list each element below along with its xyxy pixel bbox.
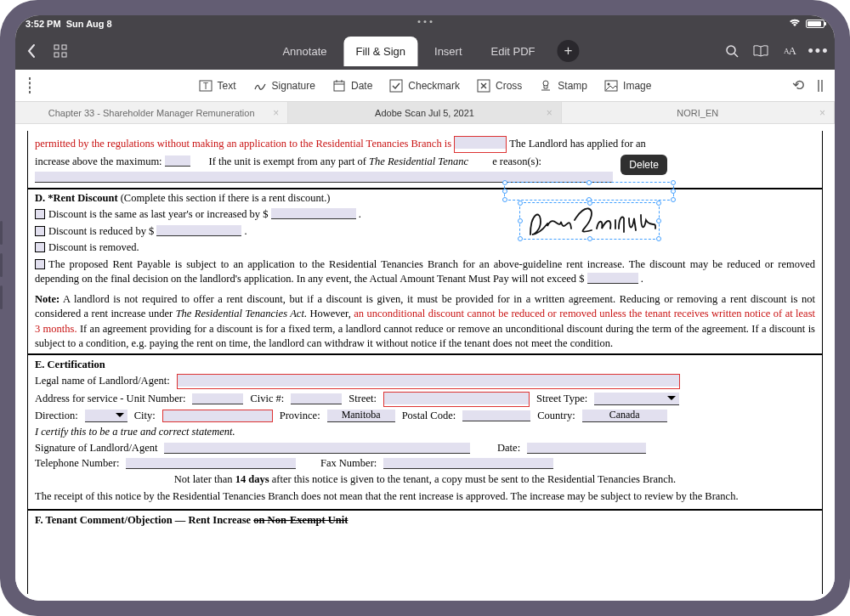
tool-text[interactable]: TText [199, 79, 236, 93]
form-text: The Landlord has applied for an [509, 138, 646, 150]
grid-icon[interactable] [53, 43, 68, 59]
street-type-select[interactable] [594, 393, 679, 405]
form-field[interactable] [383, 458, 553, 469]
section-heading: D. *Rent Discount [35, 192, 121, 204]
checkbox[interactable] [35, 259, 45, 269]
signature-glyph [524, 205, 660, 239]
tab-fill-sign[interactable]: Fill & Sign [343, 37, 417, 66]
tool-checkmark[interactable]: Checkmark [389, 79, 460, 93]
form-field[interactable] [126, 458, 296, 469]
svg-text:T: T [203, 82, 208, 91]
document-viewport[interactable]: permitted by the regulations without mak… [15, 124, 835, 601]
country-field[interactable]: Canada [582, 410, 667, 422]
close-icon[interactable]: × [819, 107, 825, 119]
undo-icon[interactable]: ⟲ [792, 76, 804, 94]
top-nav: Annotate Fill & Sign Insert Edit PDF + A… [15, 32, 835, 70]
file-tab-3[interactable]: NORI_EN× [562, 102, 835, 123]
tool-stamp[interactable]: Stamp [539, 79, 587, 93]
select-area-icon[interactable] [29, 77, 31, 93]
tab-annotate[interactable]: Annotate [270, 37, 338, 66]
svg-rect-2 [54, 53, 59, 57]
search-icon[interactable] [724, 43, 740, 59]
section-heading: F. Tenant Comment/Objection — Rent Incre… [35, 514, 253, 526]
form-field[interactable] [462, 410, 530, 421]
tab-insert[interactable]: Insert [422, 37, 474, 66]
status-date: Sun Aug 8 [66, 19, 112, 29]
form-field[interactable] [156, 225, 241, 236]
delete-tooltip[interactable]: Delete [620, 155, 667, 175]
file-tabs: Chapter 33 - Shareholder Manager Remuner… [15, 102, 835, 124]
close-icon[interactable]: × [547, 107, 552, 119]
tool-cross[interactable]: Cross [477, 79, 522, 93]
status-bar: 3:52 PM Sun Aug 8 [15, 15, 835, 32]
add-tab-button[interactable]: + [558, 40, 580, 62]
svg-rect-3 [62, 53, 66, 57]
tool-image[interactable]: Image [604, 79, 651, 93]
svg-point-16 [608, 82, 610, 85]
selection-box[interactable] [519, 202, 660, 240]
wifi-icon [789, 19, 801, 29]
form-field[interactable] [527, 443, 646, 454]
form-text: permitted by the regulations without mak… [35, 138, 451, 150]
svg-rect-1 [62, 45, 66, 49]
section-e: E. Certification Legal name of Landlord/… [28, 353, 822, 510]
svg-line-5 [734, 54, 738, 57]
file-tab-1[interactable]: Chapter 33 - Shareholder Manager Remuner… [15, 102, 288, 123]
form-field[interactable] [587, 273, 638, 284]
form-text: increase above the maximum: [35, 155, 162, 167]
close-icon[interactable]: × [273, 107, 279, 119]
fillsign-toolbar: TText Signature Date Checkmark Cross Sta… [15, 70, 835, 102]
svg-rect-8 [334, 82, 344, 91]
checkbox[interactable] [35, 242, 45, 252]
back-icon[interactable] [24, 43, 39, 59]
tab-edit-pdf[interactable]: Edit PDF [479, 37, 547, 66]
battery-icon [806, 20, 824, 28]
svg-rect-12 [390, 80, 402, 92]
province-field[interactable]: Manitoba [327, 410, 395, 422]
file-tab-2[interactable]: Adobe Scan Jul 5, 2021× [288, 102, 561, 123]
section-heading: E. Certification [35, 359, 815, 371]
tool-date[interactable]: Date [332, 79, 372, 93]
section-f: F. Tenant Comment/Objection — Rent Incre… [28, 509, 822, 527]
form-field[interactable] [291, 393, 342, 404]
selection-box[interactable] [504, 182, 674, 201]
form-field[interactable] [192, 393, 243, 404]
form-field[interactable] [165, 155, 190, 167]
panels-icon[interactable] [818, 80, 823, 92]
tool-signature[interactable]: Signature [253, 79, 315, 93]
checkbox[interactable] [35, 209, 45, 219]
city-select[interactable] [162, 410, 273, 422]
more-icon[interactable]: ••• [811, 43, 826, 59]
text-settings-icon[interactable]: AA [782, 43, 797, 59]
book-icon[interactable] [753, 43, 768, 59]
status-time: 3:52 PM [26, 19, 61, 29]
checkbox[interactable] [35, 226, 45, 236]
form-field[interactable] [271, 208, 356, 219]
svg-rect-0 [54, 45, 59, 49]
signature-annotation[interactable]: Delete [504, 182, 674, 241]
form-text: If the unit is exempt from any part of [209, 155, 370, 167]
direction-select[interactable] [85, 410, 128, 422]
form-field[interactable] [164, 443, 470, 454]
svg-point-4 [727, 46, 735, 54]
